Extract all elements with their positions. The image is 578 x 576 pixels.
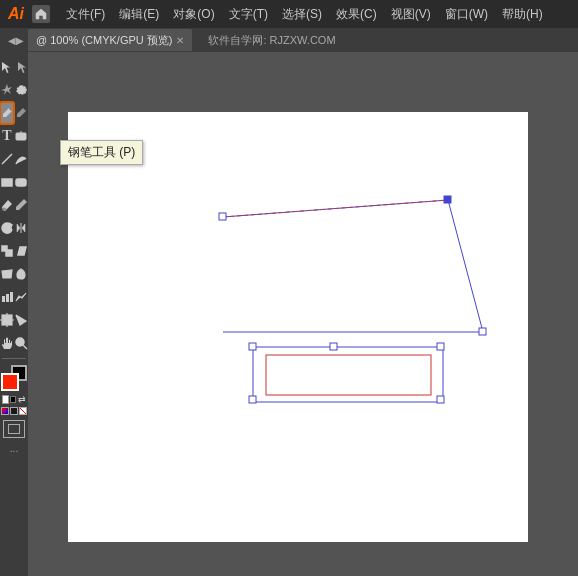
tab-site-label: 软件自学网: RJZXW.COM	[208, 33, 335, 48]
transform-tools	[0, 240, 28, 262]
magic-wand-tool-button[interactable]	[0, 79, 14, 101]
lasso-tool-button[interactable]	[14, 79, 28, 101]
divider	[2, 358, 26, 359]
zoom-tool-button[interactable]	[14, 332, 28, 354]
svg-point-17	[16, 338, 24, 346]
svg-line-18	[23, 345, 27, 349]
shear-tool-button[interactable]	[14, 240, 28, 262]
default-fill-swatch	[2, 395, 9, 404]
brush-tools	[0, 194, 28, 216]
home-icon[interactable]	[32, 5, 50, 23]
menu-effect[interactable]: 效果(C)	[330, 4, 383, 25]
svg-line-2	[2, 154, 12, 164]
canvas-area: 钢笔工具 (P)	[28, 52, 578, 576]
svg-point-5	[2, 208, 6, 211]
menu-edit[interactable]: 编辑(E)	[113, 4, 165, 25]
slice-tool-button[interactable]	[14, 309, 28, 331]
shape-tools	[0, 171, 28, 193]
svg-rect-10	[6, 294, 9, 302]
black-mode-button[interactable]	[10, 407, 18, 415]
pen-tool-variant-button[interactable]	[14, 102, 28, 124]
svg-rect-12	[2, 315, 12, 325]
type-tools: T	[0, 125, 28, 147]
rectangle-tool-button[interactable]	[0, 171, 14, 193]
menu-text[interactable]: 文字(T)	[223, 4, 274, 25]
swap-colors-icon[interactable]: ⇄	[18, 394, 26, 404]
tab-close-button[interactable]: ✕	[176, 35, 184, 46]
graph-tools	[0, 286, 28, 308]
rotate-tool-button[interactable]	[0, 217, 14, 239]
selection-tool-button[interactable]	[0, 56, 14, 78]
menu-window[interactable]: 窗口(W)	[439, 4, 494, 25]
view-tools	[0, 332, 28, 354]
pen-tool-tooltip: 钢笔工具 (P)	[60, 140, 143, 165]
more-tools-button[interactable]: ...	[10, 443, 18, 454]
svg-rect-8	[6, 250, 12, 256]
paintbrush-tool-button[interactable]	[0, 194, 14, 216]
menu-file[interactable]: 文件(F)	[60, 4, 111, 25]
active-tab[interactable]: @ 100% (CMYK/GPU 预览) ✕	[28, 29, 192, 51]
fill-swatch[interactable]	[1, 373, 19, 391]
rotate-tools	[0, 217, 28, 239]
menu-object[interactable]: 对象(O)	[167, 4, 220, 25]
color-modes	[1, 407, 27, 415]
menu-bar: Ai 文件(F) 编辑(E) 对象(O) 文字(T) 选择(S) 效果(C) 视…	[0, 0, 578, 28]
artboard-inner-icon	[8, 424, 20, 434]
color-mode-button[interactable]	[1, 407, 9, 415]
menu-help[interactable]: 帮助(H)	[496, 4, 549, 25]
distort-tools	[0, 263, 28, 285]
tooltip-text: 钢笔工具 (P)	[68, 145, 135, 159]
svg-rect-0	[16, 133, 26, 140]
free-distort-tool-button[interactable]	[0, 263, 14, 285]
column-graph-tool-button[interactable]	[0, 286, 14, 308]
pencil-tool-button[interactable]	[14, 194, 28, 216]
liquify-tool-button[interactable]	[14, 263, 28, 285]
artboard	[68, 112, 528, 542]
arc-tool-button[interactable]	[14, 148, 28, 170]
reflect-tool-button[interactable]	[14, 217, 28, 239]
hand-tool-button[interactable]	[0, 332, 14, 354]
direct-selection-tool-button[interactable]	[14, 56, 28, 78]
type-tool-button[interactable]: T	[0, 125, 14, 147]
area-graph-tool-button[interactable]	[14, 286, 28, 308]
selection-tools	[0, 56, 28, 78]
menu-view[interactable]: 视图(V)	[385, 4, 437, 25]
line-segment-tool-button[interactable]	[0, 148, 14, 170]
svg-rect-4	[16, 179, 26, 186]
area-type-tool-button[interactable]	[14, 125, 28, 147]
stroke-fill-area[interactable]	[1, 365, 27, 391]
pen-tools	[0, 102, 28, 124]
tab-bar: ◀▶ @ 100% (CMYK/GPU 预览) ✕ 软件自学网: RJZXW.C…	[0, 28, 578, 52]
scale-tool-button[interactable]	[0, 240, 14, 262]
artboard-toggle-button[interactable]	[3, 420, 25, 438]
main-layout: T	[0, 52, 578, 576]
artboard-tool-button[interactable]	[0, 309, 14, 331]
line-tools	[0, 148, 28, 170]
default-stroke-swatch	[10, 396, 16, 403]
default-colors: ⇄	[2, 394, 26, 404]
svg-rect-9	[2, 296, 5, 302]
collapse-arrow[interactable]: ◀▶	[4, 35, 28, 46]
pen-tool-button[interactable]	[0, 102, 14, 124]
menu-select[interactable]: 选择(S)	[276, 4, 328, 25]
magic-lasso-tools	[0, 79, 28, 101]
rounded-rect-tool-button[interactable]	[14, 171, 28, 193]
toolbar: T	[0, 52, 28, 576]
svg-rect-11	[10, 292, 13, 302]
svg-rect-3	[2, 179, 12, 186]
none-mode-button[interactable]	[19, 407, 27, 415]
app-logo: Ai	[8, 5, 24, 23]
slice-tools	[0, 309, 28, 331]
tab-label: @ 100% (CMYK/GPU 预览)	[36, 33, 172, 48]
